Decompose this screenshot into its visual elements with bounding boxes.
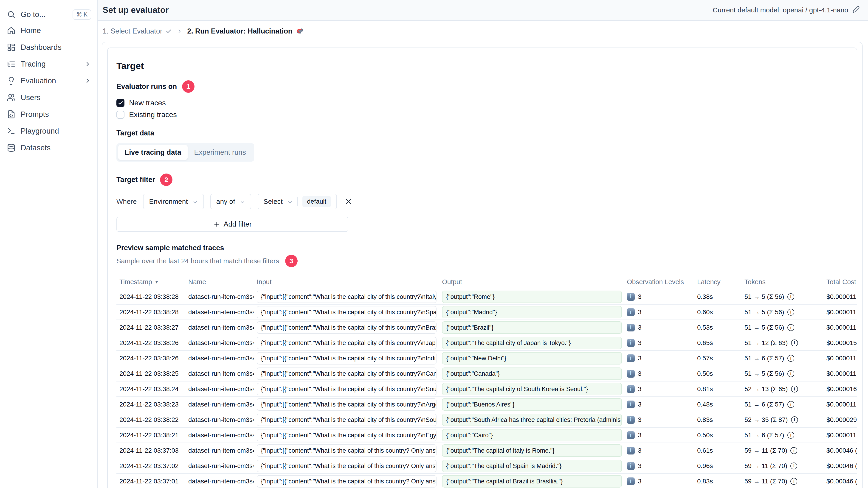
filter-field-select[interactable]: Environment — [143, 194, 204, 209]
column-header-latency[interactable]: Latency — [694, 278, 742, 286]
table-row[interactable]: 2024-11-22 03:38:22dataset-run-item-cm3s… — [117, 412, 857, 428]
filter-operator-select[interactable]: any of — [210, 194, 251, 209]
table-row[interactable]: 2024-11-22 03:38:23dataset-run-item-cm3s… — [117, 397, 857, 412]
output-json-preview[interactable]: {"output":"The capital of Brazil is Bras… — [442, 475, 622, 488]
input-json-preview[interactable]: {"input":[{"content":"What is the capita… — [257, 414, 436, 426]
cell-timestamp: 2024-11-22 03:38:23 — [117, 401, 185, 408]
cell-name: dataset-run-item-cm3s4 — [185, 324, 254, 331]
table-row[interactable]: 2024-11-22 03:37:03dataset-run-item-cm3s… — [117, 443, 857, 458]
remove-filter-icon[interactable] — [344, 197, 353, 206]
output-json-preview[interactable]: {"output":"Brazil"} — [442, 321, 622, 334]
cell-observation-levels: i3 — [624, 478, 694, 485]
output-json-preview[interactable]: {"output":"The capital city of South Kor… — [442, 383, 622, 395]
info-icon[interactable]: i — [791, 339, 798, 346]
table-row[interactable]: 2024-11-22 03:37:02dataset-run-item-cm3s… — [117, 458, 857, 474]
output-json-preview[interactable]: {"output":"Madrid"} — [442, 306, 622, 318]
cell-output: {"output":"Madrid"} — [439, 306, 624, 318]
info-icon[interactable]: i — [787, 401, 794, 408]
info-icon[interactable]: i — [787, 432, 794, 438]
info-level-icon: i — [627, 385, 635, 393]
checkbox-existing-traces[interactable]: Existing traces — [117, 110, 848, 119]
info-icon[interactable]: i — [791, 386, 798, 392]
sidebar-item-evaluation[interactable]: Evaluation — [7, 72, 91, 89]
breadcrumb-step1[interactable]: 1. Select Evaluator — [103, 27, 172, 35]
cell-total-cost: $0.00046 ( — [824, 478, 857, 485]
column-header-tokens[interactable]: Tokens — [742, 278, 824, 286]
sidebar-item-prompts[interactable]: Prompts — [7, 106, 91, 123]
info-icon[interactable]: i — [787, 293, 794, 300]
target-heading: Target — [117, 61, 848, 71]
annotation-badge-1: 1 — [182, 80, 194, 93]
input-json-preview[interactable]: {"input":[{"content":"What is the capita… — [257, 398, 436, 411]
input-json-preview[interactable]: {"input":[{"content":"What is the capita… — [257, 367, 436, 380]
info-icon[interactable]: i — [790, 447, 797, 454]
sidebar-item-playground[interactable]: Playground — [7, 123, 91, 139]
column-header-timestamp[interactable]: Timestamp ▼ — [117, 278, 185, 286]
output-json-preview[interactable]: {"output":"Cairo"} — [442, 429, 622, 442]
column-header-total-cost[interactable]: Total Cost — [824, 278, 857, 286]
output-json-preview[interactable]: {"output":"New Delhi"} — [442, 352, 622, 364]
table-row[interactable]: 2024-11-22 03:38:26dataset-run-item-cm3s… — [117, 351, 857, 366]
table-row[interactable]: 2024-11-22 03:38:25dataset-run-item-cm3s… — [117, 366, 857, 382]
column-header-input[interactable]: Input — [254, 278, 439, 286]
info-icon[interactable]: i — [787, 309, 794, 316]
evaluation-icon — [7, 76, 16, 85]
sidebar-item-dashboards[interactable]: Dashboards — [7, 39, 91, 56]
table-body: 2024-11-22 03:38:28dataset-run-item-cm3s… — [117, 289, 857, 488]
column-header-observation-levels[interactable]: Observation Levels — [624, 278, 694, 286]
cell-output: {"output":"Buenos Aires"} — [439, 398, 624, 411]
output-json-preview[interactable]: {"output":"The capital city of Japan is … — [442, 337, 622, 349]
cell-tokens: 59 → 11 (Σ 70)i — [742, 462, 824, 469]
sidebar-item-users[interactable]: Users — [7, 89, 91, 106]
tab-experiment-runs[interactable]: Experiment runs — [188, 145, 252, 160]
output-json-preview[interactable]: {"output":"Rome"} — [442, 291, 622, 303]
info-level-icon: i — [627, 370, 635, 378]
info-icon[interactable]: i — [787, 355, 794, 362]
filter-value-select[interactable]: Select default — [258, 194, 337, 209]
sidebar-item-datasets[interactable]: Datasets — [7, 139, 91, 156]
cell-observation-levels: i3 — [624, 354, 694, 362]
table-row[interactable]: 2024-11-22 03:37:01dataset-run-item-cm3s… — [117, 474, 857, 488]
input-json-preview[interactable]: {"input":[{"content":"What is the capita… — [257, 475, 436, 488]
info-icon[interactable]: i — [790, 478, 797, 485]
output-json-preview[interactable]: {"output":"The capital of Spain is Madri… — [442, 460, 622, 472]
table-row[interactable]: 2024-11-22 03:38:28dataset-run-item-cm3s… — [117, 289, 857, 304]
table-row[interactable]: 2024-11-22 03:38:28dataset-run-item-cm3s… — [117, 304, 857, 320]
edit-pencil-icon[interactable] — [852, 6, 860, 15]
output-json-preview[interactable]: {"output":"Canada"} — [442, 367, 622, 380]
input-json-preview[interactable]: {"input":[{"content":"What is the capita… — [257, 445, 436, 457]
info-icon[interactable]: i — [790, 462, 797, 469]
input-json-preview[interactable]: {"input":[{"content":"What is the capita… — [257, 460, 436, 472]
cell-timestamp: 2024-11-22 03:38:21 — [117, 431, 185, 439]
goto-search[interactable]: Go to... ⌘ K — [7, 7, 91, 22]
tab-live-tracing-data[interactable]: Live tracing data — [118, 145, 188, 160]
output-json-preview[interactable]: {"output":"The capital of Italy is Rome.… — [442, 445, 622, 457]
sidebar-item-tracing[interactable]: Tracing — [7, 56, 91, 72]
input-json-preview[interactable]: {"input":[{"content":"What is the capita… — [257, 291, 436, 303]
sidebar-item-home[interactable]: Home — [7, 22, 91, 39]
column-header-name[interactable]: Name — [185, 278, 254, 286]
table-row[interactable]: 2024-11-22 03:38:27dataset-run-item-cm3s… — [117, 320, 857, 335]
output-json-preview[interactable]: {"output":"South Africa has three capita… — [442, 414, 622, 426]
input-json-preview[interactable]: {"input":[{"content":"What is the capita… — [257, 337, 436, 349]
output-json-preview[interactable]: {"output":"Buenos Aires"} — [442, 398, 622, 411]
cell-total-cost: $0.000011 ( — [824, 370, 857, 377]
add-filter-button[interactable]: Add filter — [117, 217, 348, 232]
input-json-preview[interactable]: {"input":[{"content":"What is the capita… — [257, 321, 436, 334]
info-icon[interactable]: i — [791, 416, 798, 423]
cell-tokens: 51 → 6 (Σ 57)i — [742, 431, 824, 439]
input-json-preview[interactable]: {"input":[{"content":"What is the capita… — [257, 306, 436, 318]
checkbox-new-traces[interactable]: New traces — [117, 99, 848, 107]
cell-observation-levels: i3 — [624, 293, 694, 301]
cell-name: dataset-run-item-cm3s4 — [185, 385, 254, 393]
cell-timestamp: 2024-11-22 03:37:03 — [117, 447, 185, 454]
info-icon[interactable]: i — [787, 324, 794, 331]
table-row[interactable]: 2024-11-22 03:38:24dataset-run-item-cm3s… — [117, 382, 857, 397]
input-json-preview[interactable]: {"input":[{"content":"What is the capita… — [257, 383, 436, 395]
column-header-output[interactable]: Output — [439, 278, 624, 286]
table-row[interactable]: 2024-11-22 03:38:21dataset-run-item-cm3s… — [117, 428, 857, 443]
table-row[interactable]: 2024-11-22 03:38:26dataset-run-item-cm3s… — [117, 335, 857, 351]
info-icon[interactable]: i — [787, 370, 794, 377]
input-json-preview[interactable]: {"input":[{"content":"What is the capita… — [257, 352, 436, 364]
input-json-preview[interactable]: {"input":[{"content":"What is the capita… — [257, 429, 436, 442]
